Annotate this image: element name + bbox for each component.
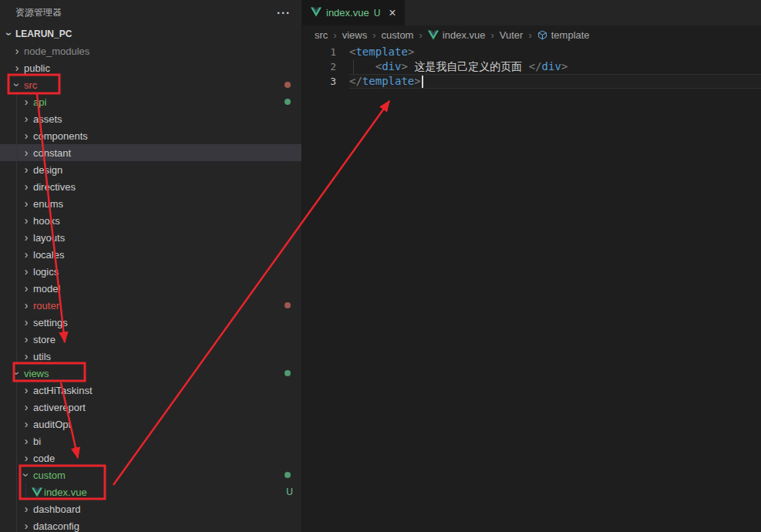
git-change-dot xyxy=(285,370,291,376)
tree-item-public[interactable]: ›public xyxy=(0,59,301,76)
tree-item-design[interactable]: ›design xyxy=(0,161,301,178)
close-icon[interactable]: × xyxy=(389,7,396,19)
tree-item-label: locales xyxy=(33,249,64,261)
code-line-3[interactable]: 3</template> xyxy=(302,74,761,89)
chevron-right-icon: › xyxy=(20,351,32,362)
tree-item-model[interactable]: ›model xyxy=(0,280,301,297)
tree-item-label: index.vue xyxy=(44,487,87,498)
git-change-dot xyxy=(285,99,291,105)
tree-item-label: settings xyxy=(33,317,68,328)
chevron-right-icon: › xyxy=(20,300,32,311)
chevron-right-icon: › xyxy=(20,520,32,531)
tree-item-bi[interactable]: ›bi xyxy=(0,433,301,450)
chevron-right-icon: › xyxy=(20,96,32,107)
tree-item-activereport[interactable]: ›activereport xyxy=(0,399,301,416)
tree-item-label: layouts xyxy=(33,232,65,244)
breadcrumb-item-Vuter[interactable]: Vuter xyxy=(500,29,524,41)
indent-guide xyxy=(16,212,17,229)
indent-guide xyxy=(16,195,17,212)
chevron-right-icon: › xyxy=(20,164,32,175)
tree-item-label: src xyxy=(24,79,37,91)
tree-item-node_modules[interactable]: ›node_modules xyxy=(0,42,301,59)
indent-guide xyxy=(16,280,17,297)
workspace-root-folder[interactable]: › LEARUN_PC xyxy=(0,25,301,42)
chevron-right-icon: › xyxy=(20,113,32,124)
breadcrumb-label: views xyxy=(342,29,368,41)
chevron-right-icon: › xyxy=(20,266,32,277)
tree-item-utils[interactable]: ›utils xyxy=(0,348,301,365)
code-editor[interactable]: 1<template>2 <div> 这是我自己定义的页面 </div>3</t… xyxy=(302,45,761,89)
file-tree: ›node_modules›public›src›api›assets›comp… xyxy=(0,42,301,532)
tree-item-settings[interactable]: ›settings xyxy=(0,314,301,331)
tree-item-logics[interactable]: ›logics xyxy=(0,263,301,280)
tree-item-router[interactable]: ›router xyxy=(0,297,301,314)
tree-item-assets[interactable]: ›assets xyxy=(0,110,301,127)
git-status-badge: U xyxy=(374,8,381,19)
breadcrumb-item-template[interactable]: template xyxy=(537,29,590,41)
indent-guide xyxy=(16,93,17,110)
tree-item-label: dashboard xyxy=(33,503,80,515)
indent-guide xyxy=(16,297,17,314)
vue-icon xyxy=(428,30,439,40)
tree-item-hooks[interactable]: ›hooks xyxy=(0,212,301,229)
indent-guide xyxy=(16,517,17,532)
tree-item-label: bi xyxy=(33,436,41,447)
tree-item-directives[interactable]: ›directives xyxy=(0,178,301,195)
tab-label: index.vue xyxy=(326,7,369,19)
indent-guide xyxy=(16,314,17,331)
tree-item-auditOpt[interactable]: ›auditOpt xyxy=(0,416,301,433)
tree-item-custom[interactable]: ›custom xyxy=(0,466,301,483)
tab-index-vue[interactable]: index.vue U × xyxy=(302,0,405,25)
breadcrumb-label: custom xyxy=(382,29,414,41)
code-line-2[interactable]: 2 <div> 这是我自己定义的页面 </div> xyxy=(302,59,761,74)
breadcrumb-item-src[interactable]: src xyxy=(315,29,328,41)
indent-guide xyxy=(16,416,17,433)
tree-item-label: api xyxy=(33,96,46,108)
code-token: div xyxy=(542,60,561,72)
tree-item-api[interactable]: ›api xyxy=(0,93,301,110)
git-change-dot xyxy=(285,302,291,308)
tree-item-actHiTaskinst[interactable]: ›actHiTaskinst xyxy=(0,382,301,399)
tree-item-label: actHiTaskinst xyxy=(33,385,93,396)
tree-item-layouts[interactable]: ›layouts xyxy=(0,229,301,246)
tree-item-constant[interactable]: ›constant xyxy=(0,144,301,161)
chevron-down-icon: › xyxy=(11,79,23,90)
chevron-right-icon: › xyxy=(20,215,32,226)
tree-item-store[interactable]: ›store xyxy=(0,331,301,348)
chevron-right-icon: › xyxy=(20,503,32,514)
tree-item-code[interactable]: ›code xyxy=(0,450,301,466)
tree-item-label: custom xyxy=(33,470,66,481)
more-actions-icon[interactable]: ··· xyxy=(277,6,291,19)
tree-item-dataconfig[interactable]: ›dataconfig xyxy=(0,517,301,532)
code-token: > xyxy=(401,60,407,72)
tree-item-src[interactable]: ›src xyxy=(0,76,301,93)
breadcrumb-item-custom[interactable]: custom xyxy=(382,29,414,41)
code-token: > xyxy=(414,75,420,87)
tree-item-dashboard[interactable]: ›dashboard xyxy=(0,500,301,517)
breadcrumb-item-views[interactable]: views xyxy=(342,29,368,41)
explorer-title: 资源管理器 xyxy=(15,6,62,19)
editor-area: index.vue U × src›views›custom›index.vue… xyxy=(301,0,761,532)
tree-item-views[interactable]: ›views xyxy=(0,365,301,382)
tree-item-index.vue[interactable]: index.vueU xyxy=(0,483,301,500)
symbol-template-icon xyxy=(537,30,547,40)
code-token: div xyxy=(382,60,401,72)
breadcrumb-item-index.vue[interactable]: index.vue xyxy=(428,29,486,41)
tree-item-components[interactable]: ›components xyxy=(0,127,301,144)
tree-item-label: design xyxy=(33,164,62,176)
indent-guide xyxy=(16,246,17,263)
tree-item-label: directives xyxy=(33,181,76,193)
tree-item-label: enums xyxy=(33,198,63,210)
indent-guide xyxy=(16,331,17,348)
code-token: </ xyxy=(529,60,542,72)
tree-item-label: store xyxy=(33,334,56,345)
chevron-right-icon: › xyxy=(20,249,32,260)
breadcrumb: src›views›custom›index.vue›Vuter›templat… xyxy=(302,25,761,45)
git-change-dot xyxy=(285,472,291,478)
code-line-1[interactable]: 1<template> xyxy=(302,45,761,59)
code-token: > xyxy=(561,60,567,72)
tree-item-locales[interactable]: ›locales xyxy=(0,246,301,263)
tree-item-label: views xyxy=(24,368,49,379)
breadcrumb-separator-icon: › xyxy=(333,29,336,41)
tree-item-enums[interactable]: ›enums xyxy=(0,195,301,212)
